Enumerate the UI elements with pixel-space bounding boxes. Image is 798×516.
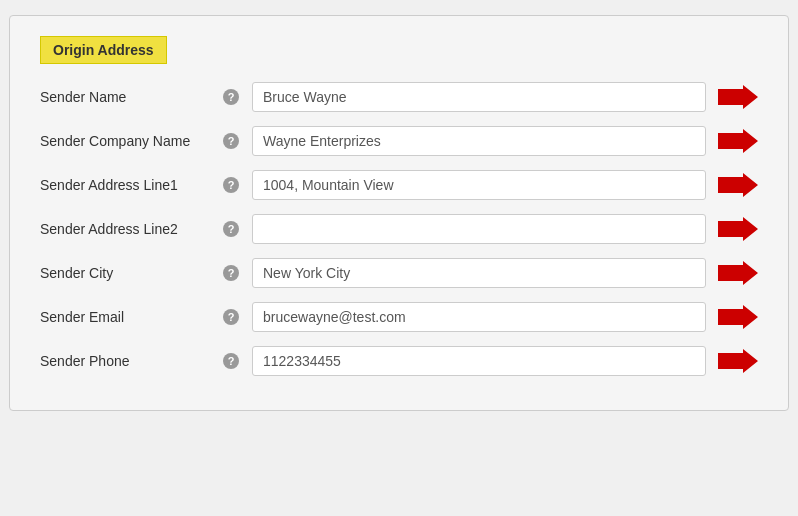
help-circle-sender-phone[interactable]: ? bbox=[223, 353, 239, 369]
form-row-sender-name: Sender Name? bbox=[40, 82, 758, 112]
help-circle-sender-address1[interactable]: ? bbox=[223, 177, 239, 193]
help-icon-sender-address1[interactable]: ? bbox=[220, 177, 242, 193]
input-col-sender-address1 bbox=[252, 170, 706, 200]
form-row-sender-phone: Sender Phone? bbox=[40, 346, 758, 376]
help-icon-sender-phone[interactable]: ? bbox=[220, 353, 242, 369]
arrow-icon-sender-address1 bbox=[718, 173, 758, 197]
arrow-icon-sender-email bbox=[718, 305, 758, 329]
help-circle-sender-city[interactable]: ? bbox=[223, 265, 239, 281]
label-sender-address1: Sender Address Line1 bbox=[40, 177, 220, 193]
label-sender-city: Sender City bbox=[40, 265, 220, 281]
svg-marker-1 bbox=[718, 129, 758, 153]
arrow-icon-sender-company bbox=[718, 129, 758, 153]
label-sender-company: Sender Company Name bbox=[40, 133, 220, 149]
form-row-sender-address1: Sender Address Line1? bbox=[40, 170, 758, 200]
svg-marker-0 bbox=[718, 85, 758, 109]
arrow-indicator-sender-address1 bbox=[718, 173, 758, 197]
label-sender-phone: Sender Phone bbox=[40, 353, 220, 369]
input-col-sender-email bbox=[252, 302, 706, 332]
input-col-sender-company bbox=[252, 126, 706, 156]
arrow-indicator-sender-company bbox=[718, 129, 758, 153]
help-circle-sender-company[interactable]: ? bbox=[223, 133, 239, 149]
svg-marker-6 bbox=[718, 349, 758, 373]
form-row-sender-city: Sender City? bbox=[40, 258, 758, 288]
label-sender-email: Sender Email bbox=[40, 309, 220, 325]
arrow-indicator-sender-city bbox=[718, 261, 758, 285]
help-circle-sender-name[interactable]: ? bbox=[223, 89, 239, 105]
help-icon-sender-address2[interactable]: ? bbox=[220, 221, 242, 237]
form-row-sender-email: Sender Email? bbox=[40, 302, 758, 332]
origin-address-form: Origin Address Sender Name?Sender Compan… bbox=[9, 15, 789, 411]
input-sender-address2[interactable] bbox=[252, 214, 706, 244]
arrow-icon-sender-city bbox=[718, 261, 758, 285]
arrow-icon-sender-phone bbox=[718, 349, 758, 373]
input-sender-city[interactable] bbox=[252, 258, 706, 288]
input-col-sender-address2 bbox=[252, 214, 706, 244]
arrow-indicator-sender-phone bbox=[718, 349, 758, 373]
help-icon-sender-name[interactable]: ? bbox=[220, 89, 242, 105]
arrow-icon-sender-name bbox=[718, 85, 758, 109]
form-row-sender-address2: Sender Address Line2? bbox=[40, 214, 758, 244]
form-row-sender-company: Sender Company Name? bbox=[40, 126, 758, 156]
input-sender-phone[interactable] bbox=[252, 346, 706, 376]
help-icon-sender-email[interactable]: ? bbox=[220, 309, 242, 325]
input-sender-company[interactable] bbox=[252, 126, 706, 156]
help-icon-sender-city[interactable]: ? bbox=[220, 265, 242, 281]
arrow-indicator-sender-email bbox=[718, 305, 758, 329]
svg-marker-3 bbox=[718, 217, 758, 241]
arrow-indicator-sender-name bbox=[718, 85, 758, 109]
svg-marker-2 bbox=[718, 173, 758, 197]
section-title: Origin Address bbox=[40, 36, 167, 64]
arrow-icon-sender-address2 bbox=[718, 217, 758, 241]
label-sender-address2: Sender Address Line2 bbox=[40, 221, 220, 237]
help-circle-sender-address2[interactable]: ? bbox=[223, 221, 239, 237]
input-sender-address1[interactable] bbox=[252, 170, 706, 200]
input-col-sender-name bbox=[252, 82, 706, 112]
help-circle-sender-email[interactable]: ? bbox=[223, 309, 239, 325]
label-sender-name: Sender Name bbox=[40, 89, 220, 105]
input-sender-name[interactable] bbox=[252, 82, 706, 112]
input-sender-email[interactable] bbox=[252, 302, 706, 332]
input-col-sender-phone bbox=[252, 346, 706, 376]
arrow-indicator-sender-address2 bbox=[718, 217, 758, 241]
svg-marker-5 bbox=[718, 305, 758, 329]
svg-marker-4 bbox=[718, 261, 758, 285]
help-icon-sender-company[interactable]: ? bbox=[220, 133, 242, 149]
input-col-sender-city bbox=[252, 258, 706, 288]
